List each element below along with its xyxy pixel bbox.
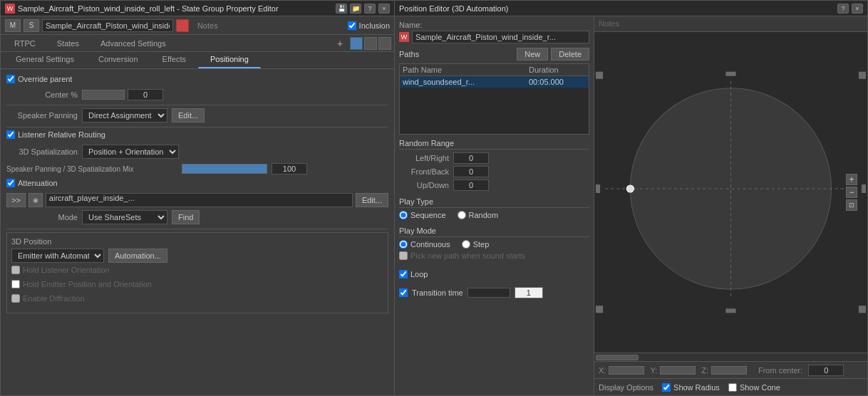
override-parent-checkbox[interactable] (6, 75, 15, 83)
h-scrollbar[interactable] (594, 353, 867, 361)
name-section: Name: W (399, 21, 589, 43)
spatialization-row: 3D Spatialization Position + Orientation (6, 145, 388, 159)
zoom-in-button[interactable]: + (846, 174, 857, 185)
close-left-button[interactable]: × (378, 4, 390, 14)
name-field-row: W (399, 31, 589, 43)
y-coord: Y: (650, 366, 696, 375)
svg-rect-10 (725, 308, 735, 313)
y-label: Y: (650, 366, 657, 375)
transition-input[interactable] (515, 287, 543, 298)
up-down-input[interactable] (453, 179, 489, 191)
from-center-input[interactable] (808, 365, 844, 376)
state-color-button[interactable] (176, 19, 189, 32)
hold-listener-label: Hold Listener Orientation (23, 266, 110, 274)
display-options-title: Display Options (599, 383, 653, 392)
y-slider[interactable] (660, 366, 696, 375)
name-input[interactable] (42, 19, 173, 32)
spatialization-dropdown[interactable]: Position + Orientation (82, 145, 179, 159)
play-mode-radio-row: Continuous Step (399, 240, 589, 249)
automation-button[interactable]: Automation... (108, 249, 167, 263)
sub-tab-general[interactable]: General Settings (4, 52, 86, 68)
mix-row: Speaker Panning / 3D Spatialization Mix (6, 163, 388, 174)
transition-slider[interactable] (467, 288, 510, 298)
random-radio[interactable] (458, 211, 466, 219)
continuous-radio[interactable] (399, 240, 408, 249)
show-radius-checkbox[interactable] (662, 383, 671, 392)
s-button[interactable]: S (24, 19, 39, 32)
delete-path-button[interactable]: Delete (551, 48, 589, 61)
center-input[interactable] (128, 89, 163, 100)
listener-relative-checkbox[interactable] (6, 130, 15, 139)
show-cone-checkbox[interactable] (728, 383, 737, 392)
emitter-row: Emitter with Automation Automation... (11, 249, 383, 263)
hold-listener-checkbox[interactable] (11, 266, 20, 274)
mix-input[interactable] (272, 163, 307, 174)
z-slider[interactable] (711, 366, 747, 375)
name-row: M S Notes Inclusion (1, 16, 394, 35)
hold-emitter-checkbox[interactable] (11, 280, 20, 288)
sub-tab-positioning[interactable]: Positioning (198, 52, 261, 68)
right-help-button[interactable]: ? (837, 4, 849, 14)
x-coord: X: (599, 366, 644, 375)
3d-canvas[interactable]: + − ⊡ (594, 32, 867, 353)
zoom-fit-button[interactable]: ⊡ (846, 199, 857, 211)
front-back-input[interactable] (453, 166, 489, 177)
svg-rect-2 (859, 72, 866, 79)
emitter-dropdown[interactable]: Emitter with Automation (11, 249, 104, 263)
attenuation-edit-button[interactable]: Edit... (356, 193, 388, 207)
play-mode-title: Play Mode (399, 226, 589, 237)
right-name-input[interactable] (412, 31, 589, 43)
new-path-button[interactable]: New (517, 48, 548, 61)
m-button[interactable]: M (5, 19, 21, 32)
attenuation-label: Attenuation (18, 179, 58, 187)
save-button[interactable]: 💾 (336, 4, 347, 14)
center-label: Center % (6, 90, 78, 99)
speaker-panning-dropdown[interactable]: Direct Assignment (82, 108, 167, 123)
sequence-radio[interactable] (399, 211, 408, 219)
listener-relative-row: Listener Relative Routing (6, 130, 388, 139)
attenuation-expand-button[interactable]: >> (6, 193, 26, 207)
open-button[interactable]: 📁 (350, 4, 361, 14)
transition-checkbox[interactable] (399, 288, 408, 297)
attenuation-row: >> ◉ aircraft_player_inside_... Edit... (6, 193, 388, 207)
inclusion-checkbox[interactable] (348, 21, 356, 30)
table-row[interactable]: wind_soundseed_r... 00:05.000 (400, 76, 589, 88)
loop-checkbox[interactable] (399, 270, 408, 278)
view-button-1[interactable] (350, 37, 363, 50)
play-mode-section: Play Mode Continuous Step Pick new path … (399, 226, 589, 266)
zoom-out-button[interactable]: − (846, 187, 857, 198)
tab-rtpc[interactable]: RTPC (4, 36, 46, 50)
right-controls-panel: Name: W Paths New Delete Path Nam (395, 16, 594, 395)
pick-new-path-checkbox[interactable] (399, 251, 408, 260)
sub-tab-conversion[interactable]: Conversion (86, 52, 150, 68)
help-button[interactable]: ? (364, 4, 376, 14)
right-close-button[interactable]: × (852, 4, 863, 14)
speaker-panning-edit-button[interactable]: Edit... (172, 108, 205, 123)
mix-slider[interactable] (182, 164, 267, 174)
mode-dropdown[interactable]: Use ShareSets (82, 210, 167, 224)
random-option: Random (458, 211, 499, 219)
x-slider[interactable] (609, 366, 644, 375)
main-tabs-row: RTPC States Advanced Settings + (1, 35, 394, 52)
view-button-3[interactable] (378, 37, 391, 50)
sub-tab-effects[interactable]: Effects (150, 52, 198, 68)
step-radio[interactable] (462, 240, 470, 249)
paths-table: Path Name Duration wind_soundseed_r... 0… (399, 63, 589, 135)
random-label: Random (469, 211, 499, 219)
find-button[interactable]: Find (172, 210, 200, 224)
tab-states[interactable]: States (46, 36, 90, 50)
view-button-2[interactable] (364, 37, 377, 50)
mode-row: Mode Use ShareSets Find (6, 210, 388, 224)
left-right-input[interactable] (453, 152, 489, 164)
center-slider[interactable] (82, 90, 125, 100)
mix-label: Speaker Panning / 3D Spatialization Mix (6, 165, 177, 173)
zoom-buttons: + − ⊡ (846, 174, 857, 211)
attenuation-checkbox[interactable] (6, 179, 15, 187)
paths-title: Paths (399, 50, 419, 58)
tab-advanced-settings[interactable]: Advanced Settings (90, 36, 177, 50)
3d-position-section: 3D Position Emitter with Automation Auto… (6, 232, 388, 313)
wwise-icon: W (5, 4, 15, 14)
diffraction-checkbox[interactable] (11, 294, 20, 303)
up-down-row: Up/Down (399, 179, 589, 191)
add-tab-button[interactable]: + (333, 36, 347, 51)
